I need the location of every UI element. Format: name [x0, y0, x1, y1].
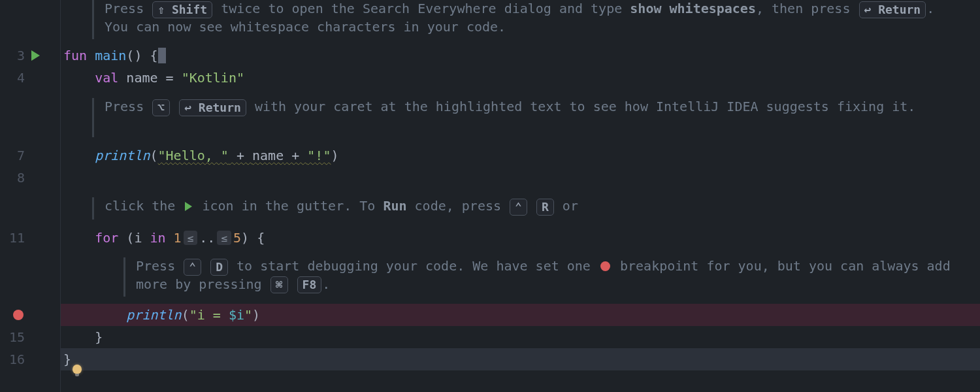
hint-bar	[92, 0, 94, 39]
kbd-ctrl: ⌃	[510, 199, 527, 216]
hint-whitespace: Press ⇧ Shift twice to open the Search E…	[92, 0, 980, 39]
inlay-hint: ≤	[184, 231, 198, 245]
hint-fix: Press ⌥ ↩ Return with your caret at the …	[92, 98, 980, 137]
gutter-row-breakpoint[interactable]	[0, 304, 61, 326]
caret	[158, 48, 166, 63]
kbd-return: ↩ Return	[179, 99, 246, 116]
hint-bar	[123, 257, 125, 297]
template-expr: $i	[229, 307, 244, 323]
line-number: 8	[0, 170, 27, 186]
intention-bulb-icon[interactable]	[73, 365, 82, 374]
gutter-row-4[interactable]: 4	[0, 67, 61, 89]
code-line-16[interactable]: }	[61, 348, 980, 370]
gutter-row-3[interactable]: 3	[0, 44, 61, 67]
kbd-shift: ⇧ Shift	[152, 1, 212, 18]
line-number: 16	[0, 351, 27, 367]
kbd-d: D	[210, 259, 228, 276]
line-number: 15	[0, 329, 27, 345]
keyword-fun: fun	[63, 48, 95, 63]
hint-text: click the icon in the gutter. To Run cod…	[105, 197, 980, 216]
code-line-breakpoint[interactable]: println("i = $i")	[61, 304, 980, 326]
code-line-11[interactable]: for (i in 1≤..≤5) {	[61, 227, 980, 249]
gutter-row-8[interactable]: 8	[0, 167, 61, 189]
code-line-15[interactable]: }	[61, 326, 980, 348]
fn-println: println	[95, 148, 150, 163]
line-number: 11	[0, 230, 27, 246]
line-number: 7	[0, 148, 27, 163]
string-literal: "!"	[307, 148, 331, 163]
kbd-f8: F8	[297, 276, 322, 293]
hint-text: Press ⇧ Shift twice to open the Search E…	[105, 0, 980, 36]
hint-bar	[92, 197, 94, 220]
code-line-7[interactable]: println("Hello, " + name + "!")	[61, 144, 980, 167]
hint-run: click the icon in the gutter. To Run cod…	[92, 197, 980, 220]
kbd-r: R	[536, 199, 554, 216]
gutter-row-11[interactable]: 11	[0, 227, 61, 249]
line-number: 4	[0, 70, 27, 86]
kbd-return: ↩ Return	[859, 1, 926, 18]
kbd-cmd: ⌘	[270, 276, 288, 293]
breakpoint-icon	[600, 261, 610, 271]
run-icon[interactable]	[31, 50, 40, 61]
fn-println: println	[126, 307, 181, 323]
line-number: 3	[0, 48, 27, 63]
kbd-option: ⌥	[152, 99, 170, 116]
gutter: 3 4 7 8 11 15 16	[0, 0, 61, 392]
fn-main: main	[95, 48, 126, 63]
gutter-row-15[interactable]: 15	[0, 326, 61, 348]
string-literal: "Hello, "	[158, 148, 229, 163]
gutter-row-7[interactable]: 7	[0, 144, 61, 167]
code-area[interactable]: Press ⇧ Shift twice to open the Search E…	[61, 0, 980, 392]
code-line-3[interactable]: fun main() {	[61, 44, 980, 67]
keyword-val: val	[95, 70, 126, 86]
hint-bar	[92, 98, 94, 137]
code-editor[interactable]: 3 4 7 8 11 15 16 Press ⇧	[0, 0, 980, 392]
keyword-for: for	[95, 230, 126, 246]
run-icon	[185, 202, 192, 211]
hint-debug: Press ⌃ D to start debugging your code. …	[123, 257, 980, 297]
breakpoint-icon[interactable]	[13, 310, 24, 320]
code-line-8[interactable]	[61, 167, 980, 189]
hint-text: Press ⌃ D to start debugging your code. …	[136, 257, 980, 293]
inlay-hint: ≤	[217, 231, 231, 245]
gutter-row-16[interactable]: 16	[0, 348, 61, 370]
kbd-ctrl: ⌃	[184, 259, 201, 276]
string-literal: "Kotlin"	[182, 70, 244, 86]
code-line-4[interactable]: val name = "Kotlin"	[61, 67, 980, 89]
hint-text: Press ⌥ ↩ Return with your caret at the …	[105, 98, 980, 116]
